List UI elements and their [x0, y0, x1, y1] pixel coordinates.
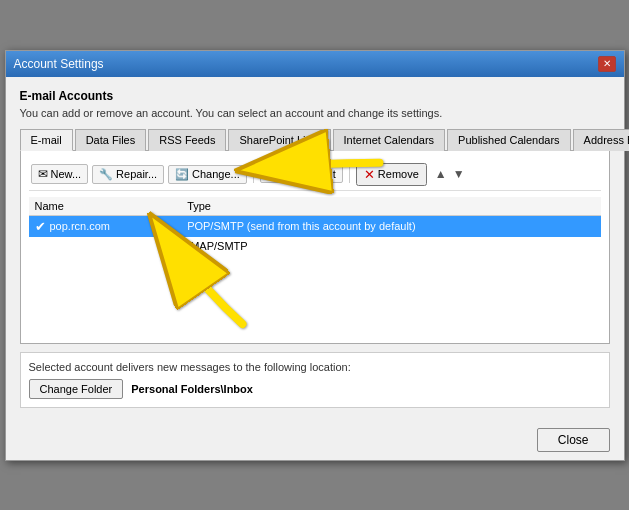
account-name-cell — [29, 237, 182, 255]
tab-email[interactable]: E-mail — [20, 129, 73, 151]
window-body: E-mail Accounts You can add or remove an… — [6, 77, 624, 420]
section-title: E-mail Accounts — [20, 89, 610, 103]
repair-icon: 🔧 — [99, 168, 113, 181]
close-window-button[interactable]: ✕ — [598, 56, 616, 72]
tab-content-email: ✉ New... 🔧 Repair... 🔄 Change... Set as … — [20, 151, 610, 344]
window-title: Account Settings — [14, 57, 104, 71]
move-down-button[interactable]: ▼ — [451, 167, 467, 181]
remove-icon: ✕ — [364, 167, 375, 182]
set-default-button[interactable]: Set as Default — [260, 165, 343, 183]
envelope-icon: ✉ — [38, 167, 48, 181]
section-description: You can add or remove an account. You ca… — [20, 107, 610, 119]
title-bar-controls: ✕ — [598, 56, 616, 72]
account-type-cell: IMAP/SMTP — [181, 237, 600, 255]
change-button[interactable]: 🔄 Change... — [168, 165, 247, 184]
accounts-table: Name Type ✔ pop.rcn.com — [29, 197, 601, 255]
tab-rss-feeds[interactable]: RSS Feeds — [148, 129, 226, 151]
new-button[interactable]: ✉ New... — [31, 164, 89, 184]
col-header-type: Type — [181, 197, 600, 216]
toolbar-separator-1 — [253, 165, 254, 183]
tab-internet-calendars[interactable]: Internet Calendars — [333, 129, 446, 151]
table-row[interactable]: ✔ pop.rcn.com POP/SMTP (send from this a… — [29, 215, 601, 237]
col-header-name: Name — [29, 197, 182, 216]
repair-button[interactable]: 🔧 Repair... — [92, 165, 164, 184]
delivery-location-desc: Selected account delivers new messages t… — [29, 361, 601, 373]
accounts-toolbar: ✉ New... 🔧 Repair... 🔄 Change... Set as … — [29, 159, 601, 191]
delivery-location-section: Selected account delivers new messages t… — [20, 352, 610, 408]
tab-address-books[interactable]: Address Books — [573, 129, 629, 151]
close-button[interactable]: Close — [537, 428, 610, 452]
title-bar: Account Settings ✕ — [6, 51, 624, 77]
tab-sharepoint-lists[interactable]: SharePoint Lists — [228, 129, 330, 151]
account-settings-window: Account Settings ✕ E-mail Accounts You c… — [5, 50, 625, 461]
tabs-bar: E-mail Data Files RSS Feeds SharePoint L… — [20, 129, 610, 151]
account-name-cell: ✔ pop.rcn.com — [29, 215, 182, 237]
change-icon: 🔄 — [175, 168, 189, 181]
checkmark-icon: ✔ — [35, 219, 46, 234]
sort-buttons: ▲ ▼ — [433, 167, 467, 181]
empty-area — [29, 255, 601, 335]
toolbar-separator-2 — [349, 165, 350, 183]
tab-data-files[interactable]: Data Files — [75, 129, 147, 151]
window-footer: Close — [6, 420, 624, 460]
account-type-cell: POP/SMTP (send from this account by defa… — [181, 215, 600, 237]
bottom-controls: Change Folder Personal Folders\Inbox — [29, 379, 601, 399]
change-folder-button[interactable]: Change Folder — [29, 379, 124, 399]
remove-button[interactable]: ✕ Remove — [356, 163, 427, 186]
table-row[interactable]: IMAP/SMTP — [29, 237, 601, 255]
move-up-button[interactable]: ▲ — [433, 167, 449, 181]
tab-published-calendars[interactable]: Published Calendars — [447, 129, 571, 151]
folder-path: Personal Folders\Inbox — [131, 383, 253, 395]
